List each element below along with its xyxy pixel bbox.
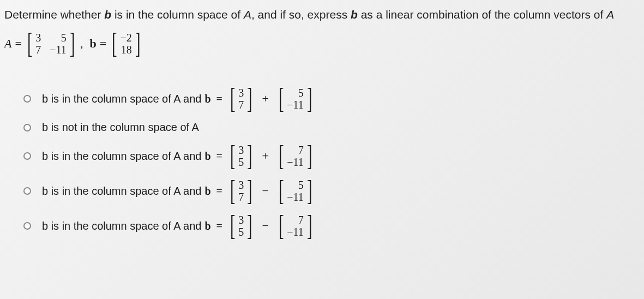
- right-bracket-icon: ]: [247, 88, 252, 110]
- plus-operator: +: [260, 92, 270, 106]
- right-bracket-icon: ]: [307, 180, 312, 202]
- opt4-v1: [ 3 7 ]: [228, 178, 255, 204]
- opt4-text: b is in the column space of A and: [42, 185, 201, 198]
- equals-sign: =: [216, 93, 222, 105]
- cell: −11: [287, 99, 304, 110]
- opt4-b: b: [204, 185, 210, 198]
- left-bracket-icon: [: [112, 33, 117, 55]
- left-bracket-icon: [: [27, 33, 33, 55]
- A-r1c1: 3: [35, 32, 41, 43]
- comma: ,: [80, 37, 87, 51]
- radio-icon[interactable]: [23, 95, 31, 103]
- option-4[interactable]: b is in the column space of A and b = [ …: [23, 178, 640, 204]
- equals-sign: =: [216, 220, 222, 232]
- left-bracket-icon: [: [279, 145, 284, 167]
- b-label: b: [90, 37, 97, 51]
- cell: 5: [287, 180, 304, 190]
- opt1-v1: [ 3 7 ]: [228, 86, 255, 111]
- A-label: A: [4, 37, 11, 51]
- option-5[interactable]: b is in the column space of A and b = [ …: [23, 213, 640, 238]
- equals-sign: =: [216, 185, 222, 198]
- right-bracket-icon: ]: [247, 215, 252, 237]
- option-2[interactable]: b is not in the column space of A: [23, 121, 640, 134]
- opt5-text: b is in the column space of A and: [42, 220, 201, 232]
- A-r2c1: 7: [35, 44, 41, 55]
- opt2-text: b is not in the column space of A: [42, 121, 199, 134]
- vector-b: [ −2 18 ]: [110, 31, 142, 56]
- opt5-v2: [ 7 −11 ]: [276, 213, 314, 238]
- q-A1: A: [244, 8, 251, 21]
- right-bracket-icon: ]: [135, 33, 141, 55]
- q-b2: b: [351, 8, 358, 21]
- right-bracket-icon: ]: [307, 88, 312, 110]
- cell: 3: [238, 214, 244, 225]
- answer-options: b is in the column space of A and b = [ …: [4, 86, 640, 238]
- cell: 5: [238, 157, 244, 168]
- left-bracket-icon: [: [230, 145, 236, 167]
- b-r1: −2: [121, 32, 132, 43]
- opt5-v1: [ 3 5 ]: [228, 213, 255, 238]
- left-bracket-icon: [: [279, 88, 284, 110]
- matrix-A: [ 3 5 7 −11 ]: [25, 31, 77, 56]
- left-bracket-icon: [: [279, 180, 284, 202]
- opt3-v1: [ 3 5 ]: [228, 143, 255, 169]
- equals-sign: =: [100, 37, 106, 51]
- cell: −11: [287, 192, 304, 202]
- radio-icon[interactable]: [23, 222, 31, 230]
- q-mid2: , and if so, express: [251, 8, 351, 21]
- left-bracket-icon: [: [230, 215, 236, 237]
- cell: 7: [238, 192, 244, 202]
- q-prefix: Determine whether: [4, 8, 104, 21]
- cell: 5: [238, 226, 244, 237]
- opt3-text: b is in the column space of A and: [42, 150, 201, 163]
- opt3-b: b: [204, 150, 210, 163]
- q-mid1: is in the column space of: [111, 8, 244, 21]
- q-A2: A: [606, 8, 614, 21]
- cell: 5: [287, 87, 304, 98]
- opt1-text: b is in the column space of A and: [42, 93, 201, 105]
- left-bracket-icon: [: [279, 215, 284, 237]
- cell: 3: [238, 145, 244, 156]
- option-1[interactable]: b is in the column space of A and b = [ …: [23, 86, 640, 111]
- left-bracket-icon: [: [230, 88, 236, 110]
- plus-operator: +: [260, 149, 270, 163]
- radio-icon[interactable]: [23, 187, 31, 195]
- opt1-v2: [ 5 −11 ]: [276, 86, 314, 111]
- cell: −11: [287, 226, 304, 237]
- right-bracket-icon: ]: [247, 180, 252, 202]
- opt5-b: b: [204, 220, 210, 232]
- cell: −11: [287, 157, 304, 168]
- cell: 7: [238, 99, 244, 110]
- equals-sign: =: [15, 37, 21, 51]
- cell: 3: [238, 87, 244, 98]
- question-prompt: Determine whether b is in the column spa…: [4, 8, 640, 21]
- opt1-b: b: [204, 93, 210, 105]
- right-bracket-icon: ]: [307, 215, 312, 237]
- opt3-v2: [ 7 −11 ]: [276, 143, 314, 169]
- cell: 7: [287, 214, 304, 225]
- problem-setup: A = [ 3 5 7 −11 ] , b = [ −2 18 ]: [4, 31, 640, 56]
- right-bracket-icon: ]: [70, 33, 75, 55]
- radio-icon[interactable]: [23, 152, 31, 160]
- A-r1c2: 5: [50, 32, 67, 43]
- minus-operator: −: [260, 219, 270, 233]
- option-3[interactable]: b is in the column space of A and b = [ …: [23, 143, 640, 169]
- A-r2c2: −11: [50, 44, 67, 55]
- left-bracket-icon: [: [230, 180, 236, 202]
- b-r2: 18: [121, 44, 132, 55]
- radio-icon[interactable]: [23, 124, 31, 131]
- cell: 3: [238, 180, 244, 190]
- cell: 7: [287, 145, 304, 156]
- equals-sign: =: [216, 150, 222, 163]
- q-b1: b: [104, 8, 111, 21]
- opt4-v2: [ 5 −11 ]: [276, 178, 314, 204]
- minus-operator: −: [260, 184, 270, 198]
- right-bracket-icon: ]: [307, 145, 312, 167]
- q-mid3: as a linear combination of the column ve…: [358, 8, 606, 21]
- right-bracket-icon: ]: [247, 145, 252, 167]
